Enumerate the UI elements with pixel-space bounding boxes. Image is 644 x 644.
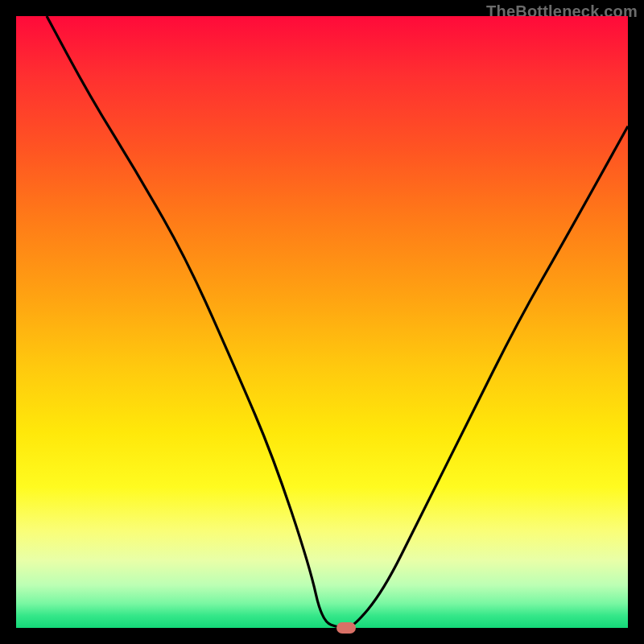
curve-svg (16, 16, 628, 628)
bottleneck-curve-path (47, 16, 628, 628)
plot-area (16, 16, 628, 628)
optimal-point-marker (336, 622, 356, 634)
chart-container: TheBottleneck.com (0, 0, 644, 644)
